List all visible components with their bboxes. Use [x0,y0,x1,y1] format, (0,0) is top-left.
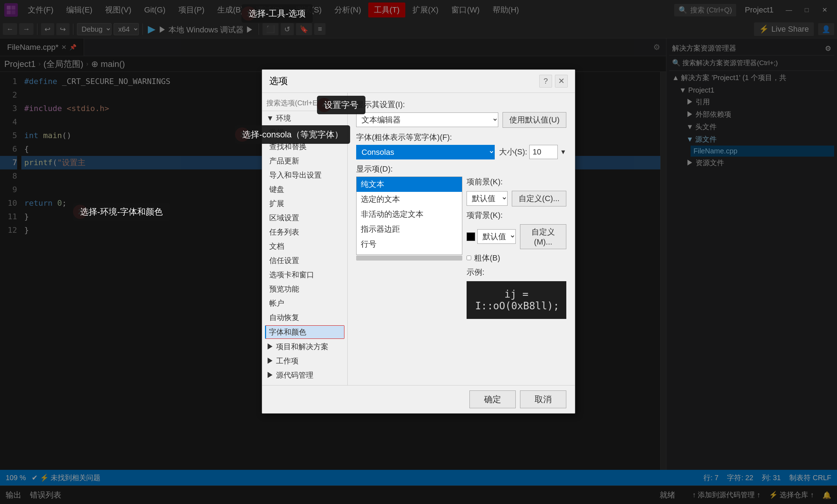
tree-item-tabs[interactable]: 选项卡和窗口 [262,268,347,282]
font-dropdown[interactable]: Consolas [356,145,495,159]
tree-item-trust[interactable]: 信任设置 [262,253,347,268]
annotation-tooltip-4: 设置字号 [317,96,365,114]
list-scrollbar[interactable] [356,256,462,261]
annotation-tooltip-1: 选择-工具-选项 [241,4,313,23]
ok-button[interactable]: 确定 [469,390,516,408]
color-panel: 项前景(K): 默认值 自定义(C)... 项背景(K): [467,177,566,319]
dialog-help-button[interactable]: ? [539,75,552,88]
bold-checkbox[interactable] [467,256,471,260]
display-items-label: 显示项(D): [356,164,566,174]
list-item-indicatormargin[interactable]: 指示器边距 [357,222,462,237]
background-dropdown[interactable]: 默认值 [477,229,516,244]
list-item-linenumbers[interactable]: 行号 [357,237,462,252]
tree-item-preview[interactable]: 预览功能 [262,282,347,296]
size-label: 大小(S): [499,147,527,157]
list-item-plaintext[interactable]: 纯文本 [357,177,462,192]
preview-text: ij = I::oO(0xB8ll); [475,288,559,312]
tree-item-importsettings[interactable]: 导入和导出设置 [262,168,347,182]
list-item-visiblespace[interactable]: 可见空白 [357,252,462,255]
preview-box: ij = I::oO(0xB8ll); [467,281,566,319]
dialog-close-button[interactable]: ✕ [555,75,568,88]
size-dropdown-icon[interactable]: ▼ [560,148,566,156]
display-settings-dropdown[interactable]: 文本编辑器 [356,112,498,127]
tree-item-projects[interactable]: ▶ 项目和解决方案 [262,340,347,354]
bold-row: 粗体(B) [467,253,566,263]
display-area: 纯文本 选定的文本 非活动的选定文本 指示器边距 行号 可见空白 @XamlAt… [356,177,566,319]
annotation-tooltip-2: 选择-环境-字体和颜色 [73,203,170,221]
tree-item-documents[interactable]: 文档 [262,239,347,253]
preview-label: 示例: [467,267,566,278]
foreground-control-row: 默认值 自定义(C)... [467,191,566,206]
foreground-row: 项前景(K): [467,177,566,187]
background-label: 项背景(K): [467,210,503,221]
bold-label: 粗体(B) [474,253,500,263]
list-item-inactiveselect[interactable]: 非活动的选定文本 [357,207,462,222]
foreground-custom-button[interactable]: 自定义(C)... [512,191,566,206]
background-color-swatch [467,232,475,241]
tree-item-keyboard[interactable]: 键盘 [262,182,347,196]
dialog-overlay: 选项 ? ✕ 🔍 ▼ 环境 常规 查找和替换 产品更新 导入和导出设置 键盘 扩… [0,0,837,504]
tree-item-fontscolors[interactable]: 字体和颜色 [265,325,344,339]
tree-item-accounts[interactable]: 帐户 [262,296,347,310]
dialog-title: 选项 [269,75,288,87]
display-settings-row: 文本编辑器 使用默认值(U) [356,112,566,128]
options-dialog: 选项 ? ✕ 🔍 ▼ 环境 常规 查找和替换 产品更新 导入和导出设置 键盘 扩… [262,69,575,414]
preview-section: 示例: ij = I::oO(0xB8ll); [467,267,566,319]
tree-item-productupdate[interactable]: 产品更新 [262,154,347,168]
tree-item-tasklist[interactable]: 任务列表 [262,225,347,239]
list-item-selectedtext[interactable]: 选定的文本 [357,192,462,207]
font-label: 字体(粗体表示等宽字体)(F): [356,132,566,143]
background-row: 项背景(K): [467,210,566,221]
dialog-footer: 确定 取消 [262,385,575,413]
tree-item-autorecover[interactable]: 自动恢复 [262,310,347,325]
cancel-button[interactable]: 取消 [520,390,566,408]
display-settings-label: 显示其设置(I): [356,99,566,110]
display-items-list[interactable]: 纯文本 选定的文本 非活动的选定文本 指示器边距 行号 可见空白 @XamlAt… [356,177,462,255]
font-row: Consolas 大小(S): ▼ [356,145,566,159]
tree-item-extensions[interactable]: 扩展 [262,196,347,211]
background-custom-button[interactable]: 自定义(M)... [520,224,566,249]
foreground-dropdown[interactable]: 默认值 [467,191,508,206]
annotation-tooltip-3: 选择-consola（等宽字体） [235,125,350,144]
background-control-row: 默认值 自定义(M)... [467,224,566,249]
dialog-content: 显示其设置(I): 文本编辑器 使用默认值(U) 字体(粗体表示等宽字体)(F)… [348,93,575,385]
use-default-button[interactable]: 使用默认值(U) [503,112,566,128]
tree-item-workitems[interactable]: ▶ 工作项 [262,354,347,368]
foreground-label: 项前景(K): [467,177,503,187]
size-input[interactable] [529,145,558,159]
dialog-title-bar: 选项 ? ✕ [262,70,575,93]
tree-item-regional[interactable]: 区域设置 [262,211,347,225]
tree-item-sourcecontrol[interactable]: ▶ 源代码管理 [262,368,347,382]
